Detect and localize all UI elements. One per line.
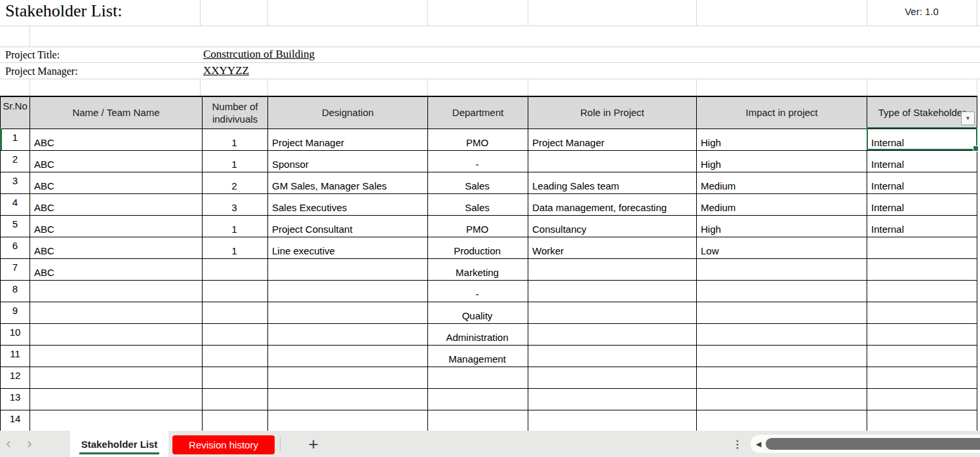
table-cell[interactable]: Consultancy: [528, 216, 697, 237]
table-cell[interactable]: Medium: [697, 172, 867, 194]
table-cell[interactable]: Line executive: [268, 237, 428, 259]
row-number[interactable]: 10: [1, 324, 30, 346]
row-number[interactable]: 1: [1, 129, 30, 151]
table-cell[interactable]: [203, 410, 268, 432]
row-number[interactable]: 7: [1, 259, 30, 281]
row-number[interactable]: 4: [1, 194, 30, 216]
table-cell[interactable]: [697, 346, 867, 367]
table-cell[interactable]: ABC: [30, 172, 203, 194]
table-cell[interactable]: [268, 346, 428, 367]
table-cell[interactable]: Project Manager: [268, 129, 428, 151]
table-cell[interactable]: High: [697, 151, 867, 172]
row-number[interactable]: 11: [1, 346, 30, 367]
table-cell[interactable]: [30, 324, 203, 346]
table-cell[interactable]: ABC: [30, 259, 203, 281]
table-cell[interactable]: Internal: [867, 194, 977, 216]
table-cell[interactable]: Low: [697, 237, 867, 259]
table-cell[interactable]: [268, 389, 428, 410]
table-cell[interactable]: [203, 367, 268, 389]
table-cell[interactable]: [697, 389, 867, 410]
table-cell[interactable]: [867, 259, 977, 281]
table-cell[interactable]: [867, 367, 977, 389]
table-cell[interactable]: [528, 410, 697, 432]
table-cell[interactable]: ABC: [30, 216, 203, 237]
table-cell[interactable]: [867, 302, 977, 324]
table-cell[interactable]: 1: [203, 129, 268, 151]
table-cell[interactable]: [528, 389, 697, 410]
table-cell[interactable]: PMO: [428, 216, 528, 237]
table-cell[interactable]: [30, 346, 203, 367]
row-number[interactable]: 14: [1, 410, 30, 432]
table-cell[interactable]: [203, 281, 268, 302]
sheet-tab-revision-history[interactable]: Revision history: [172, 435, 275, 454]
table-cell[interactable]: [30, 410, 203, 432]
table-cell[interactable]: Worker: [528, 237, 697, 259]
table-cell[interactable]: [867, 410, 977, 432]
sheet-nav-right-button[interactable]: ›: [21, 431, 38, 457]
table-cell[interactable]: [203, 346, 268, 367]
table-cell[interactable]: [697, 367, 867, 389]
table-cell[interactable]: 2: [203, 172, 268, 194]
table-cell[interactable]: [867, 346, 977, 367]
table-cell[interactable]: 1: [203, 216, 268, 237]
row-number[interactable]: 9: [1, 302, 30, 324]
table-cell[interactable]: [867, 237, 977, 259]
horizontal-scrollbar[interactable]: ◀: [751, 435, 980, 453]
table-cell[interactable]: [30, 367, 203, 389]
table-cell[interactable]: [268, 367, 428, 389]
table-cell[interactable]: [428, 367, 528, 389]
table-cell[interactable]: [867, 324, 977, 346]
table-cell[interactable]: [697, 259, 867, 281]
table-cell[interactable]: Management: [428, 346, 528, 367]
table-cell[interactable]: [203, 389, 268, 410]
row-number[interactable]: 13: [1, 389, 30, 410]
table-cell[interactable]: Leading Sales team: [528, 172, 697, 194]
table-cell[interactable]: Quality: [428, 302, 528, 324]
table-cell[interactable]: [528, 346, 697, 367]
table-cell[interactable]: Internal: [867, 172, 977, 194]
table-cell[interactable]: High: [697, 129, 867, 151]
table-cell[interactable]: Internal: [867, 216, 977, 237]
table-cell[interactable]: [268, 410, 428, 432]
row-number[interactable]: 8: [1, 281, 30, 302]
table-cell[interactable]: Data management, forecasting: [528, 194, 697, 216]
row-number[interactable]: 5: [1, 216, 30, 237]
table-cell[interactable]: Project Consultant: [268, 216, 428, 237]
table-cell[interactable]: [268, 324, 428, 346]
table-cell[interactable]: Sales Executives: [268, 194, 428, 216]
table-cell[interactable]: High: [697, 216, 867, 237]
table-cell[interactable]: PMO: [428, 129, 528, 151]
table-cell[interactable]: ABC: [30, 237, 203, 259]
project-title-value[interactable]: Constrcution of Building: [203, 48, 315, 61]
table-cell[interactable]: [428, 389, 528, 410]
table-cell[interactable]: Sales: [428, 172, 528, 194]
table-cell[interactable]: GM Sales, Manager Sales: [268, 172, 428, 194]
table-cell[interactable]: [697, 302, 867, 324]
table-cell[interactable]: Internal: [867, 129, 977, 151]
table-cell[interactable]: [528, 259, 697, 281]
table-cell[interactable]: [30, 281, 203, 302]
table-cell[interactable]: 1: [203, 151, 268, 172]
project-manager-value[interactable]: XXYYZZ: [203, 64, 249, 77]
table-cell[interactable]: -: [428, 281, 528, 302]
fill-handle[interactable]: [973, 146, 979, 151]
table-cell[interactable]: [428, 410, 528, 432]
table-cell[interactable]: [697, 324, 867, 346]
table-cell[interactable]: [30, 389, 203, 410]
table-cell[interactable]: [268, 302, 428, 324]
sheet-nav-left-button[interactable]: ‹: [0, 431, 17, 457]
table-cell[interactable]: Production: [428, 237, 528, 259]
table-cell[interactable]: 3: [203, 194, 268, 216]
table-cell[interactable]: Sponsor: [268, 151, 428, 172]
table-cell[interactable]: [528, 281, 697, 302]
add-sheet-button[interactable]: +: [303, 431, 324, 457]
table-cell[interactable]: Medium: [697, 194, 867, 216]
table-cell[interactable]: [268, 259, 428, 281]
table-cell[interactable]: 1: [203, 237, 268, 259]
table-cell[interactable]: ABC: [30, 151, 203, 172]
table-cell[interactable]: [697, 410, 867, 432]
table-cell[interactable]: [528, 324, 697, 346]
table-cell[interactable]: [30, 302, 203, 324]
table-cell[interactable]: [268, 281, 428, 302]
table-cell[interactable]: [867, 389, 977, 410]
